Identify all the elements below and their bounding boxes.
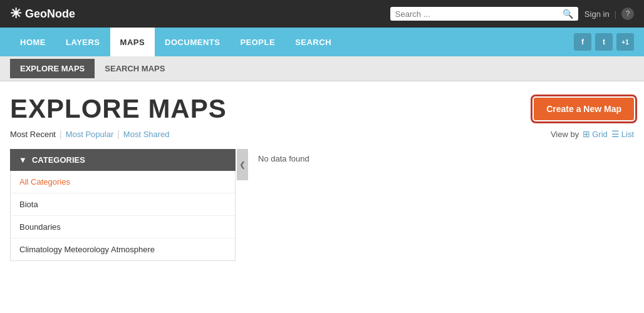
nav-home[interactable]: HOME (10, 28, 56, 56)
top-nav-right: 🔍 Sign in | ? (390, 7, 634, 21)
view-by: View by ⊞ Grid ☰ List (551, 129, 634, 139)
logo-star-icon: ✳ (10, 6, 21, 22)
list-label: List (621, 130, 634, 139)
sub-navbar: EXPLORE MAPS SEARCH MAPS (0, 56, 644, 81)
grid-label: Grid (592, 130, 608, 139)
sort-row: Most Recent | Most Popular | Most Shared… (10, 129, 634, 139)
grid-icon: ⊞ (583, 129, 590, 139)
googleplus-icon[interactable]: +1 (616, 33, 634, 51)
category-list: All Categories Biota Boundaries Climatol… (10, 171, 236, 261)
nav-people[interactable]: PEOPLE (230, 28, 285, 56)
search-bar: 🔍 (390, 7, 578, 21)
page-content: EXPLORE MAPS Create a New Map Most Recen… (0, 81, 644, 274)
page-title-row: EXPLORE MAPS Create a New Map (10, 94, 634, 124)
nav-layers[interactable]: LAYERS (56, 28, 110, 56)
app-name: GeoNode (25, 8, 75, 21)
category-boundaries[interactable]: Boundaries (11, 216, 235, 239)
nav-auth: Sign in | ? (584, 8, 634, 20)
auth-divider: | (615, 9, 616, 19)
logo: ✳ GeoNode (10, 6, 75, 22)
categories-label: CATEGORIES (32, 155, 85, 165)
sidebar-collapse-button[interactable]: ❮ (237, 149, 248, 180)
sidebar: ▼ CATEGORIES All Categories Biota Bounda… (10, 149, 236, 261)
chevron-down-icon: ▼ (19, 155, 27, 165)
twitter-icon[interactable]: t (595, 33, 613, 51)
nav-documents[interactable]: DOCUMENTS (155, 28, 230, 56)
sort-most-recent[interactable]: Most Recent (10, 130, 56, 139)
tab-search-maps[interactable]: SEARCH MAPS (95, 59, 175, 78)
list-icon: ☰ (611, 129, 620, 139)
nav-maps[interactable]: MAPS (110, 28, 155, 56)
top-navbar: ✳ GeoNode 🔍 Sign in | ? (0, 0, 644, 28)
sort-divider-1: | (60, 129, 62, 139)
signin-link[interactable]: Sign in (584, 9, 610, 19)
sort-links: Most Recent | Most Popular | Most Shared (10, 129, 170, 139)
main-nav-links: HOME LAYERS MAPS DOCUMENTS PEOPLE SEARCH (10, 28, 341, 56)
view-by-label: View by (551, 130, 579, 139)
social-icons: f t +1 (574, 33, 634, 51)
category-climatology[interactable]: Climatology Meteorology Atmosphere (11, 239, 235, 260)
facebook-icon[interactable]: f (574, 33, 591, 51)
sort-most-popular[interactable]: Most Popular (66, 130, 114, 139)
content-area: ▼ CATEGORIES All Categories Biota Bounda… (10, 149, 634, 261)
tab-explore-maps[interactable]: EXPLORE MAPS (10, 59, 95, 78)
nav-search[interactable]: SEARCH (285, 28, 341, 56)
no-data-message: No data found (258, 149, 624, 168)
view-grid-button[interactable]: ⊞ Grid (583, 129, 608, 139)
view-list-button[interactable]: ☰ List (611, 129, 634, 139)
help-icon[interactable]: ? (621, 8, 634, 20)
sort-most-shared[interactable]: Most Shared (123, 130, 170, 139)
category-biota[interactable]: Biota (11, 193, 235, 216)
main-navbar: HOME LAYERS MAPS DOCUMENTS PEOPLE SEARCH… (0, 28, 644, 56)
results-area: No data found (248, 149, 634, 261)
search-button[interactable]: 🔍 (563, 9, 573, 19)
sort-divider-2: | (117, 129, 120, 139)
page-title: EXPLORE MAPS (10, 94, 227, 124)
create-new-map-button[interactable]: Create a New Map (534, 98, 634, 120)
category-all[interactable]: All Categories (11, 171, 235, 193)
categories-header[interactable]: ▼ CATEGORIES (10, 149, 236, 171)
search-input[interactable] (395, 9, 563, 19)
